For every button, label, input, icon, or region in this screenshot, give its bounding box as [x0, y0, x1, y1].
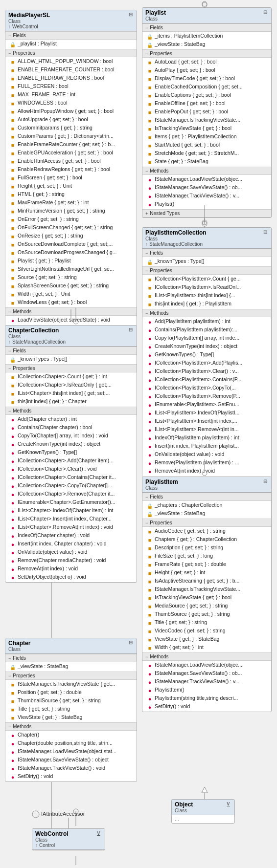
- list-item: ■EnablePopOut { get; set; } : bool: [142, 108, 271, 116]
- prop-icon: ■: [9, 250, 16, 257]
- pic-props-header[interactable]: − Properties: [142, 266, 271, 275]
- ch-fields-header[interactable]: − Fields: [5, 654, 137, 662]
- ch-methods-items: ●Chapter() ●Chapter(double position,stri…: [5, 731, 137, 781]
- prop-icon: ■: [146, 537, 153, 543]
- playlistItemCollection-header: PlaylistItemCollection Class ↑StateManag…: [142, 228, 271, 249]
- mediaPlayerSL-collapse-btn[interactable]: ⊟: [128, 12, 134, 17]
- prop-icon: ■: [9, 200, 16, 207]
- list-item: ■StartMuted { get; set; } : bool: [142, 141, 271, 150]
- list-item: ●IndexOf(Chapter chapter) : void: [5, 532, 137, 540]
- cc-fields-header[interactable]: − Fields: [5, 347, 137, 355]
- playlistItem-collapse-btn[interactable]: ⊟: [262, 478, 268, 484]
- prop-icon: ■: [9, 150, 16, 157]
- mediaPlayerSL-fields-toggle[interactable]: −: [8, 33, 11, 38]
- prop-icon: ■: [9, 67, 16, 74]
- method-icon: ●: [9, 483, 16, 490]
- prop-icon: ■: [146, 134, 153, 141]
- mediaPlayerSL-title: MediaPlayerSL: [8, 12, 50, 19]
- method-icon: ●: [9, 425, 16, 432]
- chapterCollection-collapse-btn[interactable]: ⊟: [128, 327, 134, 332]
- prop-icon: ■: [9, 391, 16, 397]
- chapterCollection-header: ChapterCollection Class ↑StateManagedCol…: [5, 326, 137, 347]
- prop-icon: ■: [9, 75, 16, 82]
- pi-methods-items: ●IStateManager.LoadViewState(objec... ●I…: [142, 661, 271, 712]
- prop-icon: ■: [146, 578, 153, 585]
- list-item: ■this[int index] { get; } : Chapter: [5, 398, 137, 406]
- list-item: 🔒_viewState : StateBag: [142, 41, 271, 49]
- prop-icon: ■: [146, 109, 153, 116]
- mediaPlayerSL-props-header[interactable]: − Properties: [5, 49, 137, 57]
- cc-props-items: ■ICollection<Chapter>.Count { get; } : i…: [5, 372, 137, 407]
- list-item: ■EnableCachedComposition { get; set...: [142, 83, 271, 91]
- lock-icon: 🔒: [9, 356, 16, 363]
- object-collapse-btn[interactable]: ⊻: [225, 801, 231, 808]
- list-item: ●IndexOf(PlaylistItem playlistItem) : in…: [142, 434, 271, 442]
- pi-fields-header[interactable]: − Fields: [142, 493, 271, 501]
- pic-methods-header[interactable]: − Methods: [142, 309, 271, 317]
- pic-fields-header[interactable]: − Fields: [142, 249, 271, 257]
- ch-methods-header[interactable]: − Methods: [5, 722, 137, 731]
- list-item: ●Contains(PlaylistItem playlistItem):...: [142, 326, 271, 334]
- prop-icon: ■: [9, 125, 16, 132]
- playlist-class: Playlist Class ⊟ − Fields 🔒_items : Play…: [142, 7, 272, 218]
- prop-icon: ■: [146, 59, 153, 66]
- list-item: ●Add(PlaylistItem playlistItem) : int: [142, 318, 271, 326]
- list-item: ■Playlist { get; } : Playlist: [5, 257, 137, 265]
- playlist-props-header[interactable]: − Properties: [142, 49, 271, 58]
- list-item: ■IStateManager.IsTrackingViewState...: [142, 586, 271, 594]
- playlist-methods-header[interactable]: − Methods: [142, 167, 271, 175]
- iAttributeAccessor-label: IAttributeAccessor: [32, 810, 85, 818]
- method-icon: ●: [146, 662, 153, 669]
- list-item: ●ICollection<PlaylistItem>.Contains(P...: [142, 376, 271, 384]
- cc-methods-header[interactable]: − Methods: [5, 407, 137, 415]
- svg-marker-25: [202, 787, 208, 793]
- list-item: ●CreateKnownType(int index) : object: [142, 343, 271, 351]
- method-icon: ●: [9, 558, 16, 564]
- prop-icon: ■: [9, 208, 16, 215]
- pi-methods-header[interactable]: − Methods: [142, 652, 271, 661]
- prop-icon: ■: [9, 217, 16, 223]
- list-item: ■Width { get; set; } : Unit: [5, 290, 137, 299]
- pi-props-header[interactable]: − Properties: [142, 519, 271, 527]
- chapter-class: Chapter Class ⊟ − Fields 🔒_viewState : S…: [5, 638, 137, 782]
- list-item: ●ICollection<PlaylistItem>.Add(Playlis..…: [142, 359, 271, 368]
- list-item: ●SetDirty() : void: [5, 773, 137, 781]
- prop-icon: ■: [146, 545, 153, 552]
- list-item: ■OnError { get; set; } : string: [5, 216, 137, 224]
- ch-props-header[interactable]: − Properties: [5, 672, 137, 680]
- svg-point-15: [32, 811, 39, 818]
- svg-point-8: [202, 220, 207, 225]
- playlistItemCollection-collapse-btn[interactable]: ⊟: [262, 229, 268, 235]
- playlist-header: Playlist Class ⊟: [142, 8, 271, 23]
- webControl-title: WebControl: [35, 830, 69, 837]
- list-item: ●OnValidate(object value) : void: [142, 451, 271, 459]
- mediaPlayerSL-props-items: ■ALLOW_HTML_POPUP_WINDOW : bool ■ENABLE_…: [5, 57, 137, 307]
- list-item: ■MaxFrameRate { get; set; } : int: [5, 199, 137, 207]
- prop-icon: ■: [146, 628, 153, 635]
- webControl-class: WebControl Class ↑Control ⊻: [32, 828, 105, 850]
- list-item: ■WindowLess { get; set; } : bool: [5, 299, 137, 307]
- list-item: ●SetDirtyObject(object o) : void: [5, 573, 137, 582]
- playlist-collapse-btn[interactable]: ⊟: [262, 9, 268, 15]
- method-icon: ●: [9, 541, 16, 548]
- list-item: ■IsTrackingViewState { get; } : bool: [142, 125, 271, 133]
- list-item: ●IStateManager.SaveViewState() : object: [5, 756, 137, 764]
- chapter-collapse-btn[interactable]: ⊟: [128, 640, 134, 645]
- list-item: ■EnableRedrawRegions { get; set; } : boo…: [5, 166, 137, 174]
- method-icon: ●: [9, 416, 16, 423]
- playlist-nested-header[interactable]: + Nested Types: [142, 209, 271, 217]
- playlist-fields-header[interactable]: − Fields: [142, 23, 271, 32]
- method-icon: ●: [146, 418, 153, 425]
- prop-icon: ■: [9, 117, 16, 124]
- mediaPlayerSL-fields-header[interactable]: − Fields: [5, 31, 137, 40]
- mediaPlayerSL-methods-header[interactable]: − Methods: [5, 307, 137, 316]
- prop-icon: ■: [146, 92, 153, 99]
- lock-icon: 🔒: [146, 33, 153, 40]
- playlistItemCollection-title: PlaylistItemCollection: [145, 229, 207, 236]
- chapter-title: Chapter: [8, 640, 30, 647]
- playlistItem-class: PlaylistItem Class ⊟ − Fields 🔒_chapters…: [142, 477, 272, 712]
- cc-props-header[interactable]: − Properties: [5, 364, 137, 372]
- list-item: ■IsAdaptiveStreaming { get; set; } : b..…: [142, 577, 271, 586]
- list-item: ■ENABLE_FRAMERATE_COUNTER : bool: [5, 66, 137, 74]
- webControl-collapse-btn[interactable]: ⊻: [95, 830, 102, 837]
